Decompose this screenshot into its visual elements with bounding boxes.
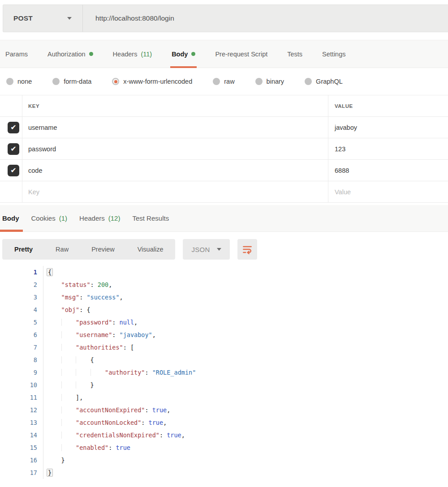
word-wrap-icon — [241, 244, 253, 255]
token-key: "credentialsNonExpired" — [76, 431, 159, 439]
indent-guide — [61, 344, 76, 351]
tab-count: (11) — [141, 51, 152, 58]
token-hl: { — [47, 268, 53, 276]
method-select[interactable]: POST — [3, 5, 83, 32]
view-preview[interactable]: Preview — [91, 246, 115, 253]
body-mode-form-data[interactable]: form-data — [52, 78, 91, 85]
line-number: 15 — [0, 441, 37, 454]
key-input-placeholder[interactable]: Key — [22, 181, 328, 202]
line-number: 5 — [0, 316, 37, 329]
indent-guide — [90, 369, 105, 376]
key-cell[interactable]: password — [22, 138, 328, 159]
token-punc: { — [90, 356, 94, 363]
mode-label: raw — [224, 78, 234, 85]
indent-guide — [61, 319, 76, 326]
response-tab-body[interactable]: Body — [2, 205, 19, 231]
indent — [47, 369, 61, 376]
body-mode-graphql[interactable]: GraphQL — [305, 78, 343, 85]
green-dot-icon — [89, 52, 93, 56]
row-checkbox[interactable]: ✔ — [8, 165, 19, 176]
row-checkbox[interactable]: ✔ — [8, 122, 19, 133]
key-cell[interactable]: code — [22, 160, 328, 181]
tab-label: Headers — [79, 214, 105, 222]
value-cell[interactable]: 123 — [328, 138, 448, 159]
code-line: "authority": "ROLE_admin" — [47, 366, 448, 379]
json-code: { "status": 200, "msg": "success", "obj"… — [43, 266, 448, 479]
token-punc: } — [61, 457, 65, 464]
green-dot-icon — [191, 52, 195, 56]
token-punc: ], — [76, 394, 83, 401]
code-line: { — [47, 354, 448, 366]
method-label: POST — [13, 14, 33, 22]
indent-guide — [61, 369, 76, 376]
active-tab-underline — [0, 230, 23, 232]
token-str: "success" — [86, 294, 119, 301]
request-tab-body[interactable]: Body — [172, 40, 195, 68]
token-key: "authority" — [105, 369, 145, 376]
body-mode-selector: noneform-datax-www-form-urlencodedrawbin… — [0, 68, 448, 95]
request-tab-settings[interactable]: Settings — [322, 40, 345, 68]
word-wrap-button[interactable] — [237, 239, 257, 260]
format-select[interactable]: JSON — [183, 239, 229, 260]
tab-label: Tests — [287, 51, 302, 58]
value-cell[interactable]: javaboy — [328, 117, 448, 138]
request-tab-headers[interactable]: Headers(11) — [113, 40, 152, 68]
row-checkbox[interactable]: ✔ — [8, 143, 19, 155]
indent-guide — [61, 419, 76, 426]
response-tab-test-results[interactable]: Test Results — [132, 205, 169, 231]
line-number-gutter: 1234567891011121314151617 — [0, 266, 43, 479]
token-punc: , — [163, 419, 167, 426]
active-tab-underline — [170, 66, 197, 68]
request-tab-authorization[interactable]: Authorization — [47, 40, 93, 68]
body-mode-none[interactable]: none — [6, 78, 32, 85]
response-tab-headers[interactable]: Headers(12) — [79, 205, 120, 231]
code-line: } — [47, 466, 448, 479]
token-punc: , — [152, 331, 156, 338]
token-punc: [ — [130, 344, 134, 351]
value-input-placeholder[interactable]: Value — [328, 181, 448, 202]
response-body-viewer[interactable]: 1234567891011121314151617 { "status": 20… — [0, 266, 448, 479]
line-number: 8 — [0, 354, 37, 366]
tab-count: (12) — [108, 214, 121, 222]
request-tab-params[interactable]: Params — [5, 40, 28, 68]
line-number: 7 — [0, 341, 37, 354]
value-cell[interactable]: 6888 — [328, 160, 448, 181]
line-number: 1 — [0, 266, 37, 278]
response-tab-cookies[interactable]: Cookies(1) — [31, 205, 68, 231]
response-tabs: BodyCookies(1)Headers(12)Test Results — [0, 205, 448, 232]
body-mode-raw[interactable]: raw — [213, 78, 234, 85]
token-punc: , — [120, 294, 123, 301]
radio-icon — [52, 78, 60, 85]
indent — [47, 431, 61, 439]
indent — [47, 406, 61, 414]
url-input[interactable]: http://localhost:8080/login — [83, 5, 448, 32]
token-punc: : — [145, 369, 152, 376]
token-punc: : — [79, 294, 86, 301]
body-mode-binary[interactable]: binary — [255, 78, 284, 85]
radio-dot — [114, 80, 117, 83]
request-tab-tests[interactable]: Tests — [287, 40, 302, 68]
request-tabs: ParamsAuthorizationHeaders(11)BodyPre-re… — [0, 40, 448, 68]
indent-guide — [61, 381, 76, 389]
column-header-value: VALUE — [328, 95, 448, 116]
response-toolbar: PrettyRawPreviewVisualize JSON — [2, 239, 448, 260]
view-pretty[interactable]: Pretty — [14, 246, 33, 253]
tab-count: (1) — [59, 214, 67, 222]
mode-label: x-www-form-urlencoded — [123, 78, 192, 85]
indent-guide — [76, 369, 90, 376]
request-tab-pre-request-script[interactable]: Pre-request Script — [215, 40, 267, 68]
row-check-cell: ✔ — [0, 160, 22, 181]
tab-label: Params — [5, 51, 28, 58]
radio-selected-icon — [112, 78, 119, 85]
view-raw[interactable]: Raw — [56, 246, 69, 253]
indent — [47, 294, 61, 301]
tab-label: Authorization — [47, 51, 86, 58]
body-mode-x-www-form-urlencoded[interactable]: x-www-form-urlencoded — [112, 78, 192, 85]
token-punc: : — [112, 331, 119, 338]
radio-icon — [6, 78, 13, 85]
token-punc: : — [145, 406, 152, 414]
url-text: http://localhost:8080/login — [95, 14, 174, 22]
indent — [47, 344, 61, 351]
key-cell[interactable]: username — [22, 117, 328, 138]
view-visualize[interactable]: Visualize — [138, 246, 164, 253]
